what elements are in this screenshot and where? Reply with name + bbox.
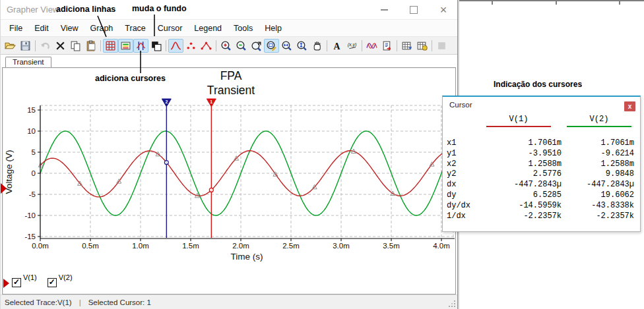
trace-points-line-button[interactable] bbox=[199, 39, 214, 53]
zoom-vertical-button[interactable] bbox=[294, 39, 309, 53]
cursor-value-v2: -447.2843µ bbox=[562, 180, 637, 190]
background-ruler-tick bbox=[619, 1, 620, 5]
legend-checkbox[interactable]: ✓ bbox=[48, 278, 57, 287]
paste-button[interactable] bbox=[83, 39, 98, 53]
zoom-area-icon bbox=[266, 40, 277, 51]
cursor-window: Cursor x V(1) V(2) x11.7061m1.7061my1-3.… bbox=[442, 96, 641, 232]
zoom-in-button[interactable] bbox=[218, 39, 234, 53]
y-tick-label: 15 bbox=[27, 106, 36, 114]
cursor-value-v2: -43.8338k bbox=[562, 201, 637, 211]
open-button[interactable] bbox=[3, 39, 18, 53]
zoom-window-icon bbox=[251, 40, 262, 51]
selected-trace-arrow-icon bbox=[3, 279, 9, 288]
delete-icon bbox=[55, 40, 66, 51]
menu-edit[interactable]: Edit bbox=[28, 22, 55, 35]
export-table-button[interactable] bbox=[399, 39, 414, 53]
show-legend-icon bbox=[120, 40, 131, 51]
delete-button[interactable] bbox=[53, 39, 68, 53]
legend-item-v1[interactable]: ✓V(1) bbox=[12, 273, 37, 287]
show-cursors-button[interactable] bbox=[133, 39, 148, 53]
cursor-column-v2: V(2) bbox=[567, 115, 631, 127]
x-tick-label: 2.0m bbox=[232, 242, 249, 250]
add-text-button[interactable]: A bbox=[329, 39, 344, 53]
cursor-table-rows: x11.7061m1.7061my1-3.9510-9.6214x21.2588… bbox=[443, 138, 640, 221]
cursor-trace-marker-1 bbox=[209, 188, 213, 192]
zoom-in-icon bbox=[220, 40, 232, 51]
x-tick-label: 3.0m bbox=[333, 242, 350, 250]
close-icon[interactable]: x bbox=[624, 101, 635, 111]
cursor-value-v2: 9.9848 bbox=[562, 169, 637, 180]
menu-graph[interactable]: Graph bbox=[84, 22, 119, 35]
legend-checkbox[interactable]: ✓ bbox=[12, 278, 21, 287]
cursor-row-label: y2 bbox=[443, 169, 476, 180]
cursor-window-title[interactable]: Cursor bbox=[443, 97, 640, 109]
svg-text:(x,y): (x,y) bbox=[348, 42, 356, 47]
minimize-button[interactable] bbox=[379, 5, 389, 14]
window-controls: × bbox=[379, 0, 448, 19]
zoom-vertical-icon bbox=[296, 40, 307, 51]
legend-label[interactable]: V(2) bbox=[59, 273, 73, 281]
menu-cursor[interactable]: Cursor bbox=[152, 22, 189, 35]
cursor-row-x1: x11.7061m1.7061m bbox=[443, 138, 640, 149]
toolbar-separator bbox=[100, 40, 101, 51]
maximize-button[interactable] bbox=[409, 5, 418, 14]
resize-grip[interactable] bbox=[448, 300, 455, 307]
pan-button[interactable] bbox=[309, 39, 325, 53]
menu-tools[interactable]: Tools bbox=[228, 22, 259, 35]
x-tick-label: 1.5m bbox=[182, 242, 199, 250]
menu-legend[interactable]: Legend bbox=[188, 22, 228, 35]
trace-points-icon bbox=[185, 40, 197, 51]
x-tick-label: 3.5m bbox=[383, 242, 400, 250]
cursor-value-v1: -447.2843µ bbox=[476, 180, 562, 190]
save-button[interactable] bbox=[18, 39, 33, 53]
cursor-row-dy: dy6.528519.6062 bbox=[443, 190, 640, 201]
menu-trace[interactable]: Trace bbox=[119, 22, 152, 35]
y-tick-label: -10 bbox=[24, 211, 36, 219]
zoom-window-button[interactable] bbox=[249, 39, 264, 53]
zoom-area-button[interactable] bbox=[264, 39, 279, 53]
legend-item-v2[interactable]: ✓V(2) bbox=[48, 273, 73, 287]
zoom-horizontal-button[interactable] bbox=[279, 39, 294, 53]
annotation-add-cursors: adiciona cursores bbox=[95, 74, 166, 83]
export-display-button[interactable] bbox=[414, 39, 430, 53]
show-legend-button[interactable] bbox=[118, 39, 133, 53]
background-ruler-tick bbox=[492, 1, 493, 5]
cursor-caption: Indicação dos cursores bbox=[494, 80, 582, 89]
close-button[interactable]: × bbox=[439, 5, 448, 14]
zoom-out-button[interactable] bbox=[234, 39, 249, 53]
cursor-row-label: x1 bbox=[443, 138, 476, 149]
paste-icon bbox=[85, 40, 96, 51]
trace-line-button[interactable] bbox=[168, 39, 183, 53]
cursor-row-1-dx: 1/dx-2.2357k-2.2357k bbox=[443, 211, 640, 222]
menu-file[interactable]: File bbox=[3, 22, 28, 35]
overlay-traces-button[interactable] bbox=[364, 39, 379, 53]
show-coordinates-button[interactable]: (x,y) bbox=[344, 39, 360, 53]
stop-button[interactable] bbox=[434, 39, 449, 53]
copy-button[interactable] bbox=[68, 39, 83, 53]
window-title: Grapher View bbox=[1, 5, 59, 14]
chart-title-line1: FPA bbox=[171, 69, 291, 83]
undo-button[interactable] bbox=[38, 39, 53, 53]
trace-points-button[interactable] bbox=[183, 39, 199, 53]
export-graph-button[interactable] bbox=[379, 39, 395, 53]
cursor-value-v1: 1.2588m bbox=[476, 159, 562, 170]
toolbar-separator bbox=[327, 40, 327, 51]
cursor-value-v2: -9.6214 bbox=[562, 149, 637, 159]
menu-help[interactable]: Help bbox=[259, 22, 288, 35]
status-selected-cursor: Selected Cursor: 1 bbox=[88, 298, 151, 306]
screen: Grapher View × FileEditViewGraphTraceCur… bbox=[0, 0, 644, 309]
show-grid-button[interactable] bbox=[103, 39, 118, 53]
toolbar-separator bbox=[35, 40, 36, 51]
x-tick-label: 1.0m bbox=[132, 242, 149, 250]
export-display-icon bbox=[416, 40, 428, 51]
cursor-row-dx: dx-447.2843µ-447.2843µ bbox=[443, 180, 640, 190]
x-tick-label: 4.0m bbox=[433, 242, 450, 250]
x-tick-label: 0.5m bbox=[82, 242, 99, 250]
legend-label[interactable]: V(1) bbox=[23, 273, 37, 281]
menu-view[interactable]: View bbox=[55, 22, 84, 35]
cursor-row-x2: x21.2588m1.2588m bbox=[443, 159, 640, 170]
x-axis-title: Time (s) bbox=[231, 252, 263, 262]
tab-transient[interactable]: Transient bbox=[5, 57, 51, 67]
black-background-button[interactable] bbox=[148, 39, 164, 53]
black-background-icon bbox=[150, 40, 162, 51]
